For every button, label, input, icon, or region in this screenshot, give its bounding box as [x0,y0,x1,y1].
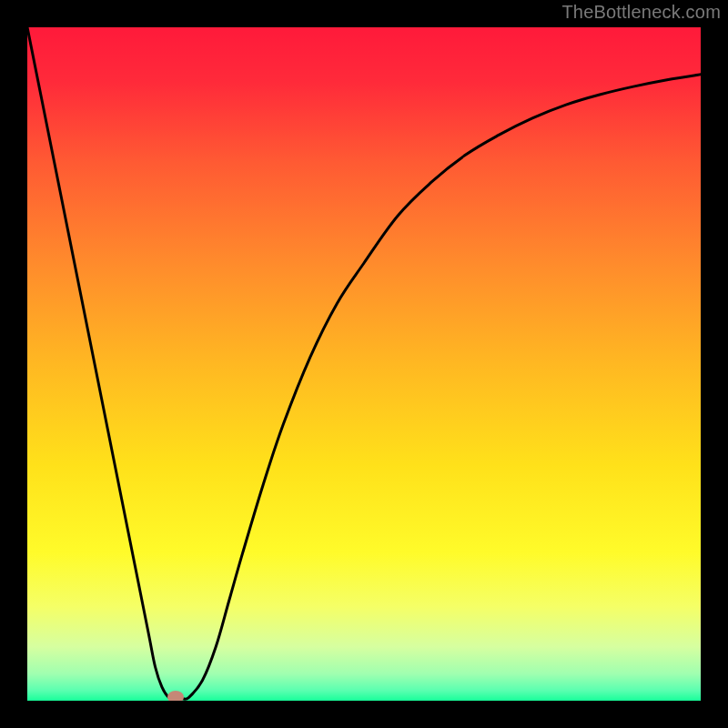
chart-marker [167,691,184,701]
watermark-text: TheBottleneck.com [561,2,721,23]
chart-curve [27,27,701,701]
plot-area [27,27,701,701]
plot-frame [0,0,728,728]
chart-container: TheBottleneck.com [0,0,728,728]
